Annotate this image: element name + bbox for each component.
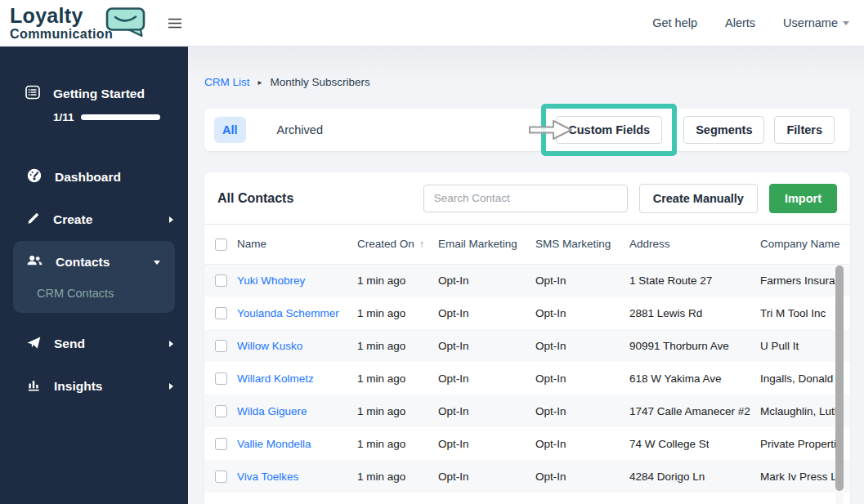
sms-marketing-cell: Opt-In xyxy=(535,460,629,493)
column-header-email-marketing[interactable]: Email Marketing xyxy=(438,225,535,264)
table-row: Willard Kolmetz1 min agoOpt-InOpt-In618 … xyxy=(204,362,850,395)
contact-name-link[interactable]: Viva Toelkes xyxy=(237,471,298,483)
contact-name-link[interactable]: Wilda Giguere xyxy=(237,405,307,417)
address-cell: 74 W College St xyxy=(629,427,760,460)
contacts-card-header: All Contacts Create Manually Import xyxy=(204,172,850,225)
created-on-cell: 1 min ago xyxy=(357,460,438,493)
email-marketing-cell: Opt-In xyxy=(438,264,535,297)
address-cell: 90991 Thorburn Ave xyxy=(629,329,760,362)
search-contact-input[interactable] xyxy=(423,185,628,212)
sort-asc-icon: ↑ xyxy=(419,239,424,250)
breadcrumb: CRM List ▸ Monthly Subscribers xyxy=(204,76,850,88)
created-on-cell: 1 min ago xyxy=(357,427,438,460)
breadcrumb-crm-list-link[interactable]: CRM List xyxy=(204,76,250,88)
created-on-cell: 1 min ago xyxy=(357,329,438,362)
column-header-created-on[interactable]: Created On↑ xyxy=(357,225,438,264)
chevron-right-icon xyxy=(169,341,173,347)
tab-all[interactable]: All xyxy=(214,117,246,143)
email-marketing-cell: Opt-In xyxy=(438,395,535,427)
address-cell: 1747 Calle Amanecer #2 xyxy=(629,395,760,427)
import-button[interactable]: Import xyxy=(769,184,837,213)
username-menu[interactable]: Username xyxy=(783,16,849,29)
row-checkbox[interactable] xyxy=(215,471,227,483)
username-label: Username xyxy=(783,16,838,29)
column-header-company-name[interactable]: Company Name xyxy=(760,225,850,264)
row-checkbox[interactable] xyxy=(215,340,227,352)
table-row: Youlanda Schemmer1 min agoOpt-InOpt-In28… xyxy=(204,297,850,329)
main-content: CRM List ▸ Monthly Subscribers All Archi… xyxy=(188,47,864,504)
list-tab-bar: All Archived Custom Fields Segments Filt… xyxy=(204,109,850,151)
sidebar-item-send[interactable]: Send xyxy=(0,323,188,365)
bar-chart-icon xyxy=(26,377,42,396)
contacts-card: All Contacts Create Manually Import Name… xyxy=(204,172,850,504)
address-cell: 618 W Yakima Ave xyxy=(629,362,760,395)
sms-marketing-cell: Opt-In xyxy=(535,264,629,297)
email-marketing-cell: Opt-In xyxy=(438,297,535,329)
contacts-table-body: Yuki Whobrey1 min agoOpt-InOpt-In1 State… xyxy=(204,264,850,493)
table-scrollbar-thumb[interactable] xyxy=(835,265,844,491)
sidebar-item-contacts[interactable]: Contacts xyxy=(13,243,175,282)
contact-name-link[interactable]: Willard Kolmetz xyxy=(237,372,314,385)
column-header-name[interactable]: Name xyxy=(237,225,357,264)
sidebar: Getting Started 1/11 Dashboard xyxy=(0,47,188,504)
row-checkbox[interactable] xyxy=(215,405,227,417)
table-row: Vallie Mondella1 min agoOpt-InOpt-In74 W… xyxy=(204,427,850,460)
sidebar-item-getting-started[interactable]: Getting Started xyxy=(25,84,163,104)
sms-marketing-cell: Opt-In xyxy=(535,362,629,395)
created-on-cell: 1 min ago xyxy=(357,362,438,395)
table-row: Yuki Whobrey1 min agoOpt-InOpt-In1 State… xyxy=(204,264,850,297)
table-row: Willow Kusko1 min agoOpt-InOpt-In90991 T… xyxy=(204,329,850,362)
sidebar-item-crm-contacts[interactable]: CRM Contacts xyxy=(13,287,175,300)
row-checkbox[interactable] xyxy=(215,307,227,319)
create-label: Create xyxy=(53,212,92,227)
sms-marketing-cell: Opt-In xyxy=(535,427,629,460)
chevron-right-icon xyxy=(169,216,173,223)
sms-marketing-cell: Opt-In xyxy=(535,329,629,362)
sms-marketing-cell: Opt-In xyxy=(535,297,629,329)
send-label: Send xyxy=(54,337,85,351)
address-cell: 1 State Route 27 xyxy=(629,264,760,297)
row-checkbox[interactable] xyxy=(215,274,227,287)
contact-name-link[interactable]: Youlanda Schemmer xyxy=(237,307,339,319)
table-row: Wilda Giguere1 min agoOpt-InOpt-In1747 C… xyxy=(204,395,850,427)
segments-button[interactable]: Segments xyxy=(683,116,764,144)
contact-name-link[interactable]: Vallie Mondella xyxy=(237,438,311,450)
chevron-down-icon xyxy=(843,21,849,25)
filters-button[interactable]: Filters xyxy=(774,116,835,144)
email-marketing-cell: Opt-In xyxy=(438,460,535,493)
sidebar-item-insights[interactable]: Insights xyxy=(0,365,188,408)
create-manually-button[interactable]: Create Manually xyxy=(639,184,758,213)
sidebar-item-create[interactable]: Create xyxy=(0,198,188,241)
table-scrollbar-track[interactable] xyxy=(835,265,844,504)
logo-line1: Loyalty xyxy=(10,4,83,28)
address-cell: 4284 Dorigo Ln xyxy=(629,460,760,493)
pencil-icon xyxy=(26,211,41,229)
getting-started-progress-count: 1/11 xyxy=(53,111,74,123)
get-help-link[interactable]: Get help xyxy=(652,16,697,29)
contacts-title: All Contacts xyxy=(217,191,293,206)
header-nav: Get help Alerts Username xyxy=(652,16,849,29)
getting-started-progress-bar xyxy=(81,114,160,120)
alerts-link[interactable]: Alerts xyxy=(725,16,755,29)
breadcrumb-current: Monthly Subscribers xyxy=(271,76,370,88)
contact-name-link[interactable]: Yuki Whobrey xyxy=(237,274,305,287)
table-header-row: Name Created On↑ Email Marketing SMS Mar… xyxy=(204,225,850,264)
sidebar-item-dashboard[interactable]: Dashboard xyxy=(0,156,188,198)
table-row: Viva Toelkes1 min agoOpt-InOpt-In4284 Do… xyxy=(204,460,850,493)
contact-name-link[interactable]: Willow Kusko xyxy=(237,340,302,352)
sidebar-group-contacts: Contacts CRM Contacts xyxy=(13,241,175,313)
hamburger-menu-icon[interactable] xyxy=(168,18,181,29)
email-marketing-cell: Opt-In xyxy=(438,362,535,395)
row-checkbox[interactable] xyxy=(215,438,227,450)
tab-archived[interactable]: Archived xyxy=(277,123,323,136)
gauge-icon xyxy=(26,167,43,187)
column-header-address[interactable]: Address xyxy=(629,225,760,264)
created-on-cell: 1 min ago xyxy=(357,297,438,329)
row-checkbox[interactable] xyxy=(215,372,227,385)
select-all-checkbox[interactable] xyxy=(215,239,227,251)
getting-started-label: Getting Started xyxy=(53,87,145,101)
speech-bubble-icon xyxy=(105,7,147,41)
column-header-sms-marketing[interactable]: SMS Marketing xyxy=(535,225,629,264)
app-logo[interactable]: Loyalty Communication xyxy=(10,2,155,43)
contacts-table: Name Created On↑ Email Marketing SMS Mar… xyxy=(204,225,850,493)
